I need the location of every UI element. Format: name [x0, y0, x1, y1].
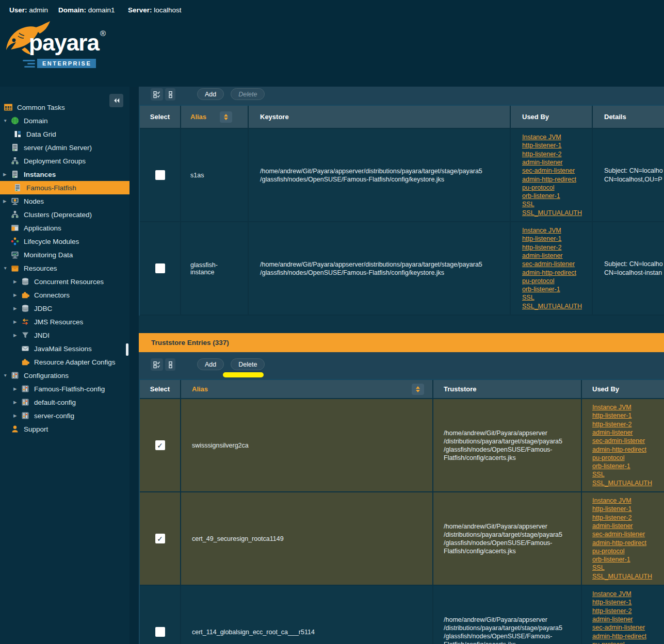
used-by-link[interactable]: admin-http-redirect	[592, 632, 652, 640]
select-all-button[interactable]	[151, 88, 163, 101]
sidebar-item-support[interactable]: Support	[0, 422, 129, 436]
used-by-link[interactable]: pu-protocol	[522, 184, 582, 192]
used-by-link[interactable]: admin-http-redirect	[592, 539, 652, 547]
sidebar-item-server[interactable]: server (Admin Server)	[0, 141, 129, 154]
sidebar-item-instances[interactable]: Instances	[0, 168, 129, 181]
deselect-all-button[interactable]	[165, 88, 175, 101]
chevron-right-icon[interactable]	[13, 333, 21, 338]
used-by-link[interactable]: sec-admin-listener	[522, 260, 582, 268]
deselect-all-button[interactable]	[165, 358, 175, 371]
used-by-link[interactable]: Instance JVM	[592, 590, 652, 598]
sidebar-item-lifecycle-modules[interactable]: Lifecycle Modules	[0, 235, 129, 248]
row-checkbox[interactable]	[155, 627, 165, 637]
used-by-link[interactable]: SSL	[522, 293, 582, 302]
used-by-link[interactable]: http-listener-1	[522, 235, 582, 243]
used-by-link[interactable]: pu-protocol	[592, 454, 652, 462]
used-by-link[interactable]: orb-listener-1	[522, 285, 582, 293]
chevron-right-icon[interactable]	[13, 292, 21, 298]
used-by-link[interactable]: admin-listener	[522, 158, 582, 167]
used-by-link[interactable]: sec-admin-listener	[592, 623, 652, 632]
chevron-right-icon[interactable]	[13, 386, 21, 391]
chevron-down-icon[interactable]	[3, 373, 11, 378]
add-button[interactable]: Add	[197, 88, 224, 100]
used-by-link[interactable]: sec-admin-listener	[592, 437, 652, 445]
used-by-link[interactable]: sec-admin-listener	[592, 530, 652, 538]
row-checkbox-checked[interactable]	[155, 534, 165, 543]
sidebar-item-famous-flatfish-config[interactable]: Famous-Flatfish-config	[0, 382, 129, 395]
used-by-link[interactable]: orb-listener-1	[592, 462, 652, 470]
used-by-link[interactable]: http-listener-2	[592, 514, 652, 522]
row-checkbox[interactable]	[155, 263, 165, 273]
sidebar-item-jms-resources[interactable]: JMS Resources	[0, 315, 129, 328]
used-by-link[interactable]: http-listener-1	[592, 598, 652, 606]
sidebar-item-resources[interactable]: Resources	[0, 261, 129, 275]
row-checkbox-checked[interactable]	[155, 440, 165, 450]
used-by-link[interactable]: SSL	[592, 564, 652, 572]
sidebar-scrollbar[interactable]	[126, 343, 128, 356]
used-by-link[interactable]: admin-http-redirect	[592, 445, 652, 454]
sort-alias-button[interactable]	[412, 384, 424, 395]
chevron-down-icon[interactable]	[3, 118, 11, 123]
delete-button[interactable]: Delete	[231, 358, 265, 370]
used-by-link[interactable]: admin-listener	[592, 522, 652, 530]
used-by-link[interactable]: Instance JVM	[592, 403, 652, 411]
chevron-right-icon[interactable]	[3, 172, 11, 177]
sidebar-collapse-button[interactable]	[109, 94, 123, 107]
add-button[interactable]: Add	[197, 358, 224, 370]
used-by-link[interactable]: SSL_MUTUALAUTH	[592, 572, 652, 581]
sidebar-item-data-grid[interactable]: Data Grid	[0, 127, 129, 141]
sidebar-item-default-config[interactable]: default-config	[0, 395, 129, 409]
chevron-right-icon[interactable]	[13, 319, 21, 324]
used-by-link[interactable]: http-listener-1	[592, 505, 652, 513]
chevron-right-icon[interactable]	[13, 279, 21, 284]
sidebar-item-jdbc[interactable]: JDBC	[0, 302, 129, 315]
used-by-link[interactable]: Instance JVM	[522, 226, 582, 235]
used-by-link[interactable]: http-listener-2	[522, 243, 582, 252]
used-by-link[interactable]: pu-protocol	[522, 277, 582, 285]
row-checkbox[interactable]	[155, 170, 165, 180]
used-by-link[interactable]: admin-listener	[592, 428, 652, 437]
sidebar-item-resource-adapter-configs[interactable]: Resource Adapter Configs	[0, 355, 129, 369]
used-by-link[interactable]: SSL	[522, 200, 582, 208]
sidebar-item-nodes[interactable]: Nodes	[0, 194, 129, 208]
sidebar-item-concurrent-resources[interactable]: Concurrent Resources	[0, 275, 129, 288]
used-by-link[interactable]: sec-admin-listener	[522, 167, 582, 175]
used-by-link[interactable]: http-listener-1	[592, 411, 652, 420]
sidebar-item-javamail-sessions[interactable]: JavaMail Sessions	[0, 342, 129, 355]
sidebar-item-connectors[interactable]: Connectors	[0, 288, 129, 302]
used-by-link[interactable]: SSL_MUTUALAUTH	[522, 209, 582, 217]
sidebar-item-domain[interactable]: Domain	[0, 114, 129, 127]
used-by-link[interactable]: SSL	[592, 470, 652, 478]
used-by-link[interactable]: http-listener-2	[592, 420, 652, 428]
used-by-link[interactable]: admin-http-redirect	[522, 269, 582, 277]
sidebar-item-famous-flatfish[interactable]: Famous-Flatfish	[0, 181, 129, 194]
chevron-down-icon[interactable]	[3, 266, 11, 271]
used-by-link[interactable]: admin-listener	[592, 615, 652, 623]
used-by-link[interactable]: http-listener-2	[522, 150, 582, 158]
sidebar-item-server-config[interactable]: server-config	[0, 409, 129, 422]
chevron-right-icon[interactable]	[13, 306, 21, 311]
sidebar-item-deployment-groups[interactable]: Deployment Groups	[0, 154, 129, 168]
chevron-right-icon[interactable]	[13, 400, 21, 405]
used-by-link[interactable]: orb-listener-1	[592, 555, 652, 564]
used-by-link[interactable]: http-listener-2	[592, 607, 652, 615]
sidebar-item-monitoring-data[interactable]: Monitoring Data	[0, 248, 129, 261]
used-by-link[interactable]: admin-listener	[522, 252, 582, 260]
sort-alias-button[interactable]	[220, 111, 232, 123]
sidebar-item-applications[interactable]: Applications	[0, 221, 129, 235]
used-by-link[interactable]: SSL_MUTUALAUTH	[522, 302, 582, 310]
used-by-link[interactable]: Instance JVM	[522, 133, 582, 141]
used-by-link[interactable]: http-listener-1	[522, 141, 582, 150]
used-by-link[interactable]: SSL_MUTUALAUTH	[592, 479, 652, 487]
sidebar-item-jndi[interactable]: JNDI	[0, 328, 129, 342]
sidebar-item-clusters[interactable]: Clusters (Deprecated)	[0, 208, 129, 221]
used-by-link[interactable]: orb-listener-1	[522, 192, 582, 200]
used-by-link[interactable]: Instance JVM	[592, 497, 652, 505]
used-by-link[interactable]: pu-protocol	[592, 640, 652, 644]
used-by-link[interactable]: pu-protocol	[592, 547, 652, 555]
chevron-right-icon[interactable]	[13, 413, 21, 418]
chevron-right-icon[interactable]	[3, 199, 11, 204]
select-all-button[interactable]	[151, 358, 163, 371]
used-by-link[interactable]: admin-http-redirect	[522, 175, 582, 184]
sidebar-item-configurations[interactable]: Configurations	[0, 369, 129, 382]
